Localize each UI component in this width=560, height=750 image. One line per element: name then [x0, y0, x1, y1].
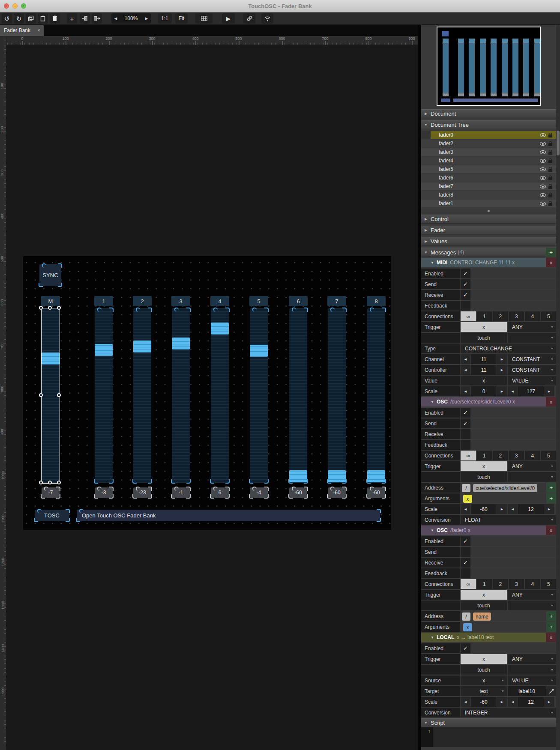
tree-item-fader1[interactable]: fader1 [421, 200, 556, 207]
stepper-left-icon[interactable]: ◀ [461, 354, 470, 364]
add-icon[interactable]: + [67, 13, 77, 24]
dropdown-conversion[interactable]: FLOAT▼ [461, 515, 556, 525]
stepper-right-icon[interactable]: ▶ [544, 504, 554, 514]
target-control-field[interactable]: label10 [508, 686, 546, 696]
checkbox-enabled[interactable]: ✓ [461, 536, 470, 546]
visible-icon[interactable] [540, 159, 546, 163]
checkbox-receive[interactable]: ✓ [461, 558, 470, 568]
zoom-out-icon[interactable]: ◀ [111, 16, 120, 21]
script-code-area[interactable] [433, 727, 556, 747]
dropdown-source-mode[interactable]: VALUE▼ [508, 675, 556, 685]
add-message-button[interactable]: + [546, 248, 556, 257]
fader-track[interactable] [133, 308, 151, 483]
zoom-actual-size-button[interactable]: 1:1 [158, 13, 172, 24]
message-header-local-3[interactable]: ▼LOCALx → label10 textx [421, 633, 556, 642]
fader-track[interactable] [172, 308, 190, 483]
tree-resize-grip[interactable] [421, 208, 556, 213]
checkbox-receive[interactable]: ✓ [461, 290, 470, 300]
message-header-midi-0[interactable]: ▼MIDICONTROLCHANGE 11 11 xx [421, 258, 556, 267]
trigger-condition-dropdown[interactable]: ANY▼ [508, 461, 556, 471]
panel-scrollbar[interactable] [556, 25, 560, 750]
tree-item-fader0[interactable]: fader0 [421, 131, 556, 139]
dropdown-controller-mode[interactable]: CONSTANT▼ [508, 365, 556, 375]
dropdown-conversion[interactable]: INTEGER▼ [461, 708, 556, 717]
add-argument-button[interactable]: + [546, 493, 556, 503]
stepper-right-icon[interactable]: ▶ [497, 365, 507, 375]
message-header-osc-1[interactable]: ▼OSC/cue/selected/sliderLevel/0 xx [421, 397, 556, 406]
fader-track[interactable] [367, 308, 385, 483]
connection-option-4[interactable]: 4 [525, 311, 540, 321]
fader-thumb[interactable] [211, 323, 229, 335]
zoom-in-icon[interactable]: ▶ [142, 16, 151, 21]
stepper-left-icon[interactable]: ◀ [461, 504, 470, 514]
stepper-right-icon[interactable]: ▶ [497, 697, 507, 707]
bank-title-label[interactable]: Open Touch OSC Fader Bank [77, 510, 380, 521]
connection-option-3[interactable]: 3 [509, 579, 524, 589]
add-address-button[interactable]: + [546, 611, 556, 621]
section-document[interactable]: ▶ Document [421, 109, 556, 118]
fader-track[interactable] [289, 308, 307, 483]
lock-icon[interactable] [548, 143, 552, 146]
stepper-left-icon[interactable]: ◀ [508, 386, 518, 396]
checkbox-enabled[interactable]: ✓ [461, 269, 470, 278]
connection-option-1[interactable]: 1 [477, 451, 492, 460]
tree-item-fader4[interactable]: fader4 [421, 157, 556, 164]
address-root-pill[interactable]: / [462, 613, 470, 621]
stepper-left-icon[interactable]: ◀ [461, 386, 470, 396]
dropdown-source-value[interactable]: x▼ [461, 675, 507, 685]
copy-icon[interactable] [26, 13, 36, 24]
fader-track[interactable] [211, 308, 229, 483]
connections-link-icon[interactable] [243, 13, 255, 24]
connection-option-5[interactable]: 5 [541, 579, 557, 589]
argument-pill-name[interactable]: name [473, 613, 491, 621]
dropdown-value-mode[interactable]: VALUE▼ [508, 376, 556, 385]
section-values[interactable]: ▶ Values [421, 237, 556, 246]
eyedropper-icon[interactable] [546, 686, 556, 696]
fader-bank-group[interactable]: SYNC M-71-32-233-1465-46-607-608-60 TOSC… [23, 256, 391, 530]
argument-pill-x[interactable]: x [463, 495, 472, 503]
paste-icon[interactable] [38, 13, 48, 24]
fader-thumb[interactable] [95, 344, 113, 356]
tree-item-fader5[interactable]: fader5 [421, 165, 556, 173]
connection-option-∞[interactable]: ∞ [461, 311, 476, 321]
trigger-value-button[interactable]: x [461, 461, 507, 471]
grid-toggle-icon[interactable] [195, 13, 213, 24]
connection-option-4[interactable]: 4 [525, 579, 540, 589]
delete-icon[interactable] [50, 13, 60, 24]
value-source-button[interactable]: x [461, 376, 507, 385]
visible-icon[interactable] [540, 133, 546, 137]
visible-icon[interactable] [540, 150, 546, 154]
checkbox-send[interactable]: ✓ [461, 279, 470, 289]
connection-option-2[interactable]: 2 [493, 451, 508, 460]
trigger-value-button[interactable]: x [461, 590, 507, 600]
trigger-value-button[interactable]: x [461, 322, 507, 332]
dropdown-type[interactable]: CONTROLCHANGE▼ [461, 344, 556, 353]
stepper-right-icon[interactable]: ▶ [497, 354, 507, 364]
trigger-value-button[interactable]: x [461, 654, 507, 664]
lock-icon[interactable] [548, 203, 552, 206]
connection-option-5[interactable]: 5 [541, 311, 557, 321]
address-value-pill[interactable]: cue/selected/sliderLevel/0 [473, 484, 537, 492]
tab-close-icon[interactable]: × [34, 27, 44, 33]
lock-icon[interactable] [548, 152, 552, 155]
section-script[interactable]: ▼ Script [421, 718, 556, 727]
checkbox-feedback[interactable] [461, 568, 470, 578]
selection-handle[interactable] [39, 481, 43, 484]
trigger-condition-dropdown[interactable]: ANY▼ [508, 322, 556, 332]
stepper-right-icon[interactable]: ▶ [544, 386, 554, 396]
delete-message-button[interactable]: x [546, 397, 556, 406]
zoom-fit-button[interactable]: Fit [175, 13, 188, 24]
add-address-button[interactable]: + [546, 483, 556, 493]
lock-icon[interactable] [548, 194, 552, 197]
checkbox-receive[interactable] [461, 429, 470, 439]
fader-thumb[interactable] [133, 341, 151, 353]
tree-item-fader2[interactable]: fader2 [421, 140, 556, 147]
argument-pill-x[interactable]: x [463, 623, 472, 631]
connection-option-1[interactable]: 1 [477, 311, 492, 321]
script-editor[interactable]: 1 [421, 727, 556, 747]
connection-option-∞[interactable]: ∞ [461, 451, 476, 460]
fader-track[interactable] [250, 308, 268, 483]
visible-icon[interactable] [540, 167, 546, 171]
selection-handle[interactable] [48, 481, 52, 484]
lock-icon[interactable] [548, 160, 552, 163]
